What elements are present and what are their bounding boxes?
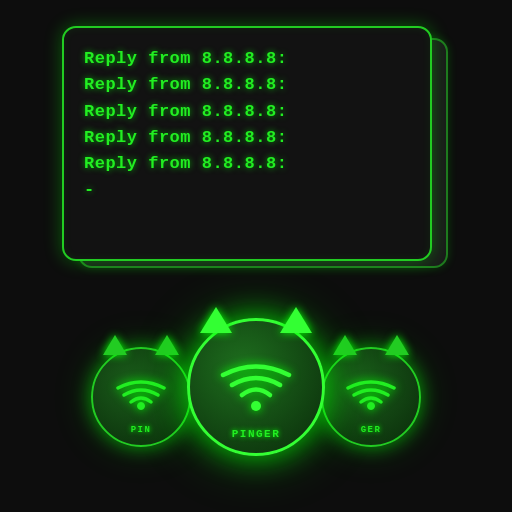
terminal-line-4: Reply from 8.8.8.8: [84, 125, 410, 151]
left-ear-center [200, 307, 232, 333]
terminal-cursor: - [84, 180, 410, 199]
pinger-badge-center: PINGER [186, 317, 326, 457]
terminal-card: Reply from 8.8.8.8: Reply from 8.8.8.8: … [62, 26, 432, 261]
wifi-icon-left [115, 376, 167, 418]
svg-point-0 [251, 401, 261, 411]
wifi-icon-right [345, 376, 397, 418]
logo-area: PIN GER [96, 302, 416, 462]
badge-circle-right: GER [321, 347, 421, 447]
left-ear-right [333, 335, 357, 355]
ears-center [190, 307, 322, 333]
right-badge-label: GER [361, 425, 382, 435]
terminal-line-2: Reply from 8.8.8.8: [84, 72, 410, 98]
ears-right [323, 335, 419, 355]
terminal-line-5: Reply from 8.8.8.8: [84, 151, 410, 177]
badge-circle-left: PIN [91, 347, 191, 447]
right-ear-left [155, 335, 179, 355]
left-badge-label: PIN [131, 425, 152, 435]
center-badge-label: PINGER [232, 428, 281, 440]
ears-left [93, 335, 189, 355]
wifi-icon-center [220, 358, 292, 416]
left-ear-left [103, 335, 127, 355]
right-ear-right [385, 335, 409, 355]
pinger-badge-right: GER [316, 342, 426, 452]
app-container: Reply from 8.8.8.8: Reply from 8.8.8.8: … [0, 0, 512, 512]
terminal-line-3: Reply from 8.8.8.8: [84, 99, 410, 125]
terminal-line-1: Reply from 8.8.8.8: [84, 46, 410, 72]
badge-circle-center: PINGER [187, 318, 325, 456]
right-ear-center [280, 307, 312, 333]
pinger-badge-left: PIN [86, 342, 196, 452]
